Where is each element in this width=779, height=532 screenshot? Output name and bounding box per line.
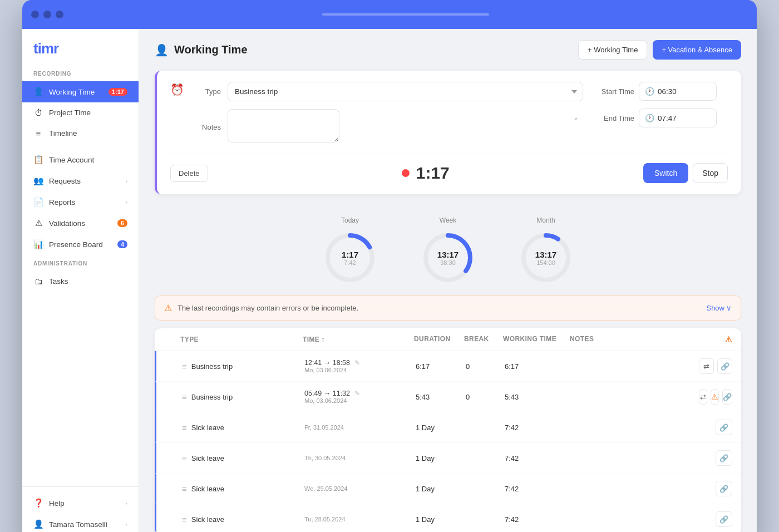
user-arrow: › [125,521,127,528]
row-type: ≡ Sick leave [182,454,304,463]
copy-row-button[interactable]: 🔗 [722,389,732,405]
week-circle-text: 13:17 38:30 [437,250,458,266]
row-type-label: Sick leave [191,423,224,432]
textarea-expand-icon: ⌄ [573,114,579,121]
app-window: timr RECORDING 👤 Working Time 1:17 ⏱ Pro… [22,0,757,532]
row-actions: 🔗 [699,511,732,527]
expand-dot[interactable] [56,11,63,18]
row-time: 12:41 → 18:58 ✎ Mo, 03.06.2024 [304,359,416,373]
alert-icon: ⚠ [164,303,172,313]
logo: timr [22,40,139,71]
stop-button[interactable]: Stop [693,163,728,183]
recording-card-top: ⏰ Type Business trip Regular Sick leave … [170,82,728,145]
month-circle-text: 13:17 154:00 [535,250,556,266]
today-target: 7:42 [342,259,358,266]
help-icon: ❓ [33,498,43,508]
close-dot[interactable] [31,11,39,18]
form-left: Type Business trip Regular Sick leave Va… [193,82,583,145]
end-time-label: End Time [594,114,634,122]
sidebar-item-label: Timeline [49,129,77,137]
switch-row-button[interactable]: ⇄ [699,358,714,374]
col-notes: Notes [570,335,699,344]
sidebar-item-timeline[interactable]: ≡ Timeline [22,123,139,144]
sidebar-item-time-account[interactable]: 📋 Time Account [22,149,139,170]
start-time-input[interactable]: 🕐 06:30 [639,82,717,101]
copy-row-button[interactable]: 🔗 [716,450,732,466]
row-type-label: Business trip [191,362,233,371]
stat-week: Week 13:17 38:30 [421,216,475,284]
row-duration: 1 Day [416,454,466,462]
minimize-dot[interactable] [43,11,51,18]
add-working-time-button[interactable]: + Working Time [578,40,647,60]
sidebar-item-project-time[interactable]: ⏱ Project Time [22,102,139,123]
notes-input[interactable] [228,109,339,142]
switch-row-button[interactable]: ⇄ [699,389,707,405]
row-working-time: 7:42 [505,423,571,432]
row-break: 0 [466,393,505,401]
type-row: Type Business trip Regular Sick leave Va… [193,82,583,101]
warn-row-button[interactable]: ⚠ [711,389,719,405]
sidebar-item-help[interactable]: ❓ Help › [22,492,139,514]
page-title-area: 👤 Working Time [155,43,248,57]
row-duration: 1 Day [416,423,466,432]
sidebar-item-label: Tasks [49,277,68,285]
type-select[interactable]: Business trip Regular Sick leave Vacatio… [228,82,583,101]
row-time: Tu, 28.05.2024 [304,516,416,523]
col-spacer [164,335,180,344]
row-date: Mo, 03.06.2024 [304,367,416,373]
header-buttons: + Working Time + Vacation & Absence [578,40,741,60]
alert-show-button[interactable]: Show ∨ [706,304,732,312]
add-vacation-button[interactable]: + Vacation & Absence [653,40,741,60]
end-time-input[interactable]: 🕐 07:47 [639,109,717,127]
row-type: ≡ Business trip [182,392,304,402]
copy-row-button[interactable]: 🔗 [717,358,732,374]
edit-time-icon-1[interactable]: ✎ [354,390,360,397]
project-time-icon: ⏱ [33,108,43,117]
notes-row: Notes ⌄ [193,109,583,145]
row-actions: 🔗 [699,481,732,496]
sidebar-item-requests[interactable]: 👥 Requests › [22,170,139,191]
data-table: Type Time ↕ Duration Break Working time [155,328,741,532]
main-header: 👤 Working Time + Working Time + Vacation… [139,29,757,71]
row-working-time: 6:17 [505,362,571,371]
row-working-time: 7:42 [505,485,571,493]
sidebar-item-tasks[interactable]: 🗂 Tasks [22,271,139,292]
row-duration: 1 Day [416,515,466,524]
col-type[interactable]: Type [180,335,303,344]
alert-left: ⚠ The last recordings may contain errors… [164,303,358,313]
copy-row-button[interactable]: 🔗 [716,481,732,496]
timer-value: 1:17 [416,164,450,183]
row-date: We, 29.05.2024 [304,485,416,492]
edit-time-icon-0[interactable]: ✎ [354,359,360,367]
sidebar-item-user[interactable]: 👤 Tamara Tomaselli › [22,514,139,532]
row-type: ≡ Sick leave [182,423,304,432]
row-working-time: 7:42 [505,454,571,462]
delete-button[interactable]: Delete [170,165,208,182]
col-notes-label: Notes [570,335,594,343]
sidebar-item-working-time[interactable]: 👤 Working Time 1:17 [22,81,139,102]
sidebar-item-reports[interactable]: 📄 Reports › [22,191,139,213]
validations-badge: 6 [117,219,127,227]
col-time[interactable]: Time ↕ [303,335,414,344]
today-circle-text: 1:17 7:42 [342,250,358,266]
sidebar-item-presence-board[interactable]: 📊 Presence Board 4 [22,234,139,255]
app-body: timr RECORDING 👤 Working Time 1:17 ⏱ Pro… [22,29,757,532]
col-break: Break [464,335,503,344]
copy-row-button[interactable]: 🔗 [716,420,732,435]
copy-row-button[interactable]: 🔗 [716,511,732,527]
month-period: Month [536,216,555,224]
table-row: ≡ Sick leave We, 29.05.2024 1 Day 7:42 🔗 [155,474,741,504]
timer-actions: Switch Stop [643,163,728,183]
sidebar-item-label: Presence Board [49,240,103,249]
table-row: ≡ Business trip 12:41 → 18:58 ✎ Mo, 03.0… [155,351,741,382]
row-type-label: Business trip [191,393,233,401]
sidebar-item-validations[interactable]: ⚠ Validations 6 [22,213,139,234]
presence-board-icon: 📊 [33,239,43,249]
switch-button[interactable]: Switch [643,163,688,183]
month-circle: 13:17 154:00 [519,231,573,284]
start-time-row: Start Time 🕐 06:30 [594,82,728,101]
alert-bar: ⚠ The last recordings may contain errors… [155,295,741,321]
sidebar-item-label: Time Account [49,156,94,164]
form-grid: Type Business trip Regular Sick leave Va… [193,82,728,145]
month-time: 13:17 [535,250,556,259]
